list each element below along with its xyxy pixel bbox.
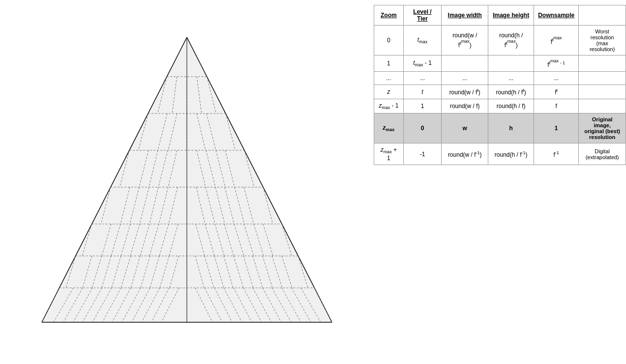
table-row: ... ... ... ... ... <box>374 72 626 85</box>
col-level: Level / Tier <box>403 5 442 26</box>
col-height: Image height <box>488 5 534 26</box>
pyramid-panel: .tier-line { stroke: #555; stroke-width:… <box>0 0 374 364</box>
table-row: zmax - 1 1 round(w / f) round(h / f) f <box>374 99 626 113</box>
table-row-zmax: zmax 0 w h 1 Original image,original (be… <box>374 113 626 143</box>
col-zoom: Zoom <box>374 5 404 26</box>
zoom-table: Zoom Level / Tier Image width Image heig… <box>374 5 626 165</box>
table-row: 1 tmax - 1 ftmax - 1 <box>374 56 626 72</box>
col-notes <box>579 5 626 26</box>
table-row: z t round(w / ft) round(h / ft) ft <box>374 85 626 99</box>
col-downsample: Downsample <box>534 5 579 26</box>
table-row: zmax + 1 -1 round(w / f-1) round(h / f-1… <box>374 143 626 165</box>
col-width: Image width <box>442 5 488 26</box>
table-row: 0 tmax round(w / ftmax) round(h / ftmax)… <box>374 26 626 56</box>
table-panel: Zoom Level / Tier Image width Image heig… <box>374 0 626 364</box>
